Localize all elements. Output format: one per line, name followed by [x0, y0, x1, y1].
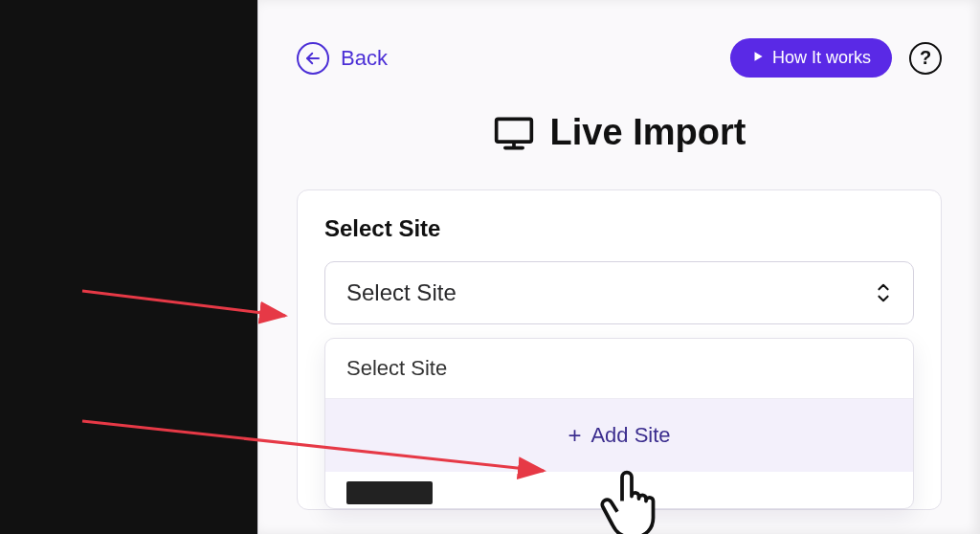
site-select-dropdown: Select Site + Add Site — [324, 338, 914, 509]
page-title-text: Live Import — [550, 112, 746, 153]
site-select[interactable]: Select Site — [324, 261, 914, 324]
chevron-up-down-icon — [875, 282, 892, 303]
back-button[interactable]: Back — [297, 42, 388, 75]
add-site-option[interactable]: + Add Site — [325, 398, 913, 472]
page-title: Live Import — [297, 112, 942, 153]
svg-rect-2 — [496, 119, 531, 142]
site-select-value: Select Site — [346, 279, 457, 306]
select-site-card: Select Site Select Site Select Site + Ad… — [297, 189, 942, 510]
help-button[interactable]: ? — [909, 42, 942, 75]
topbar-right: How It works ? — [730, 38, 942, 78]
svg-marker-1 — [754, 52, 762, 60]
how-it-works-label: How It works — [772, 48, 871, 68]
how-it-works-button[interactable]: How It works — [730, 38, 892, 78]
left-dark-pane — [0, 0, 257, 534]
add-site-label: Add Site — [590, 423, 670, 448]
help-icon: ? — [920, 47, 931, 69]
monitor-icon — [493, 115, 535, 151]
top-bar: Back How It works ? — [297, 38, 942, 78]
main-panel: Back How It works ? Live Import Select — [257, 0, 980, 534]
plus-icon: + — [568, 422, 581, 449]
select-site-label: Select Site — [324, 215, 914, 242]
dropdown-heading: Select Site — [325, 339, 913, 398]
arrow-left-icon — [297, 42, 329, 75]
site-thumbnail — [346, 481, 433, 504]
back-label: Back — [341, 46, 388, 71]
play-icon — [751, 48, 765, 68]
